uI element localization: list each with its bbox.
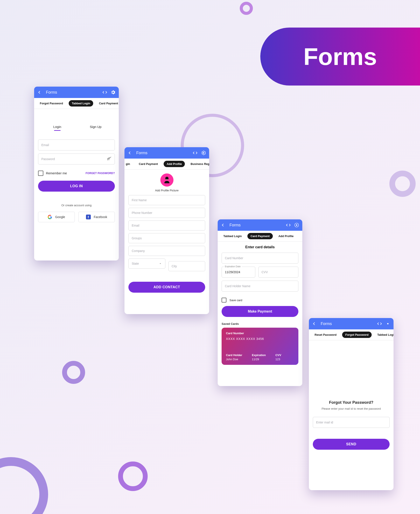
- make-payment-button[interactable]: Make Payment: [222, 306, 298, 317]
- chip-add-profile[interactable]: Add Profile: [164, 161, 185, 167]
- chip-row: Tabbed Login Card Payment Add Profile: [218, 231, 302, 242]
- appbar: Forms: [124, 147, 209, 159]
- avatar[interactable]: [160, 173, 173, 186]
- email-placeholder: Email: [41, 143, 49, 147]
- tab-login[interactable]: Login: [38, 125, 76, 131]
- save-card-checkbox[interactable]: [222, 298, 226, 303]
- svg-point-0: [203, 152, 204, 154]
- state-select[interactable]: State: [128, 259, 165, 268]
- chip-add-profile[interactable]: Add Profile: [275, 233, 297, 239]
- code-icon[interactable]: [286, 223, 291, 228]
- groups-field[interactable]: Groups: [128, 233, 205, 243]
- svg-point-3: [296, 224, 297, 226]
- appbar-title: Forms: [321, 321, 332, 326]
- expiration-value: 11/29: [252, 358, 266, 361]
- first-name-field[interactable]: First Name: [128, 195, 205, 205]
- chip-row: gin Card Payment Add Profile Business Re…: [124, 159, 209, 170]
- deco-circle: [389, 171, 416, 197]
- page-title: Forms: [303, 43, 377, 70]
- back-icon[interactable]: [128, 151, 132, 155]
- card-number-field[interactable]: Card Number: [222, 253, 298, 264]
- card-number-label: Card Number: [226, 332, 294, 335]
- cvv-value: 123: [275, 358, 281, 361]
- saved-card[interactable]: Card Number XXXX XXXX XXXX 3456 Card Hol…: [222, 328, 298, 365]
- code-icon[interactable]: [193, 150, 198, 156]
- gear-icon[interactable]: [294, 223, 299, 228]
- deco-circle: [62, 361, 85, 384]
- facebook-login-button[interactable]: f Facebook: [78, 212, 115, 222]
- screen-tabbed-login: Forms Forgot Password Tabbed Login Card …: [34, 87, 119, 261]
- section-title: Enter card details: [222, 245, 298, 249]
- back-icon[interactable]: [312, 321, 316, 326]
- add-contact-button[interactable]: ADD CONTACT: [128, 282, 205, 293]
- facebook-icon: f: [86, 215, 91, 219]
- expiration-field[interactable]: 11/29/2024: [222, 267, 255, 278]
- google-login-button[interactable]: Google: [38, 212, 75, 222]
- company-field[interactable]: Company: [128, 246, 205, 256]
- card-holder-field[interactable]: Card Holder Name: [222, 281, 298, 291]
- save-card-label: Save card: [229, 298, 242, 302]
- expiration-label: Expiration Date: [224, 265, 242, 268]
- appbar-title: Forms: [46, 90, 57, 95]
- chip-forgot-password[interactable]: Forgot Password: [342, 332, 371, 338]
- chip-row: Forgot Password Tabbed Login Card Paymen…: [34, 98, 119, 109]
- password-field[interactable]: Password: [38, 154, 115, 164]
- password-placeholder: Password: [41, 157, 55, 161]
- gear-icon[interactable]: [201, 150, 206, 156]
- remember-label: Remember me: [46, 171, 86, 175]
- email-field[interactable]: Email: [38, 140, 115, 150]
- chip-tabbed-login[interactable]: Tabbed Login: [220, 233, 245, 239]
- google-icon: [48, 215, 52, 219]
- back-icon[interactable]: [221, 223, 225, 227]
- chip-row: Reset Password Forgot Password Tabbed Lo…: [309, 329, 394, 340]
- deco-circle: [240, 2, 253, 15]
- forget-password-link[interactable]: FORGET PASSWORD?: [86, 172, 115, 175]
- email-field[interactable]: Email: [128, 220, 205, 231]
- svg-point-4: [387, 323, 389, 324]
- chip-card-payment[interactable]: Card Payment: [248, 233, 273, 239]
- cvv-label: CVV: [275, 353, 281, 357]
- login-signup-tabs: Login Sign Up: [38, 125, 115, 131]
- chip-business-reg[interactable]: Business Regi: [188, 161, 209, 167]
- code-icon[interactable]: [102, 90, 107, 95]
- cvv-field[interactable]: CVV: [258, 267, 299, 278]
- remember-checkbox[interactable]: [38, 171, 43, 176]
- or-create-label: Or create account using: [38, 204, 115, 207]
- appbar: Forms: [309, 318, 394, 329]
- gear-icon[interactable]: [385, 321, 390, 326]
- login-button[interactable]: LOG IN: [38, 181, 115, 192]
- avatar-label: Add Profile Picture: [155, 189, 179, 192]
- chip-tabbed-login[interactable]: Tabbed Login: [374, 332, 394, 338]
- email-field[interactable]: Enter mail id: [313, 417, 390, 428]
- saved-cards-header: Saved Cards: [222, 322, 298, 326]
- screen-forgot-password: Forms Reset Password Forgot Password Tab…: [309, 318, 394, 490]
- screen-add-profile: Forms gin Card Payment Add Profile Busin…: [124, 147, 209, 314]
- appbar-title: Forms: [136, 151, 147, 155]
- send-button[interactable]: SEND: [313, 439, 390, 450]
- chip-card-payment[interactable]: Card Payment: [136, 161, 161, 167]
- chip-tabbed-login[interactable]: Tabbed Login: [69, 100, 93, 106]
- chevron-down-icon: [159, 262, 162, 265]
- back-icon[interactable]: [37, 90, 42, 95]
- card-holder-value: John Doe: [226, 358, 242, 361]
- eye-off-icon[interactable]: [107, 156, 112, 161]
- forgot-subheading: Please enter your mail id to reset the p…: [322, 407, 381, 410]
- appbar-title: Forms: [229, 223, 241, 227]
- city-field[interactable]: City: [168, 261, 205, 271]
- chip-forgot-password[interactable]: Forgot Password: [37, 100, 66, 106]
- deco-circle: [0, 457, 48, 514]
- screen-card-payment: Forms Tabbed Login Card Payment Add Prof…: [218, 219, 302, 386]
- forgot-heading: Forgot Your Password?: [329, 400, 373, 405]
- phone-field[interactable]: Phone Number: [128, 208, 205, 218]
- tab-signup[interactable]: Sign Up: [76, 125, 115, 131]
- expiration-label: Expiration: [252, 353, 266, 357]
- chip-reset-password[interactable]: Reset Password: [312, 332, 339, 338]
- code-icon[interactable]: [377, 321, 382, 326]
- card-holder-label: Card Holder: [226, 353, 242, 357]
- chip-partial-left[interactable]: gin: [124, 161, 133, 167]
- chip-card-payment[interactable]: Card Payment: [96, 100, 119, 106]
- card-number-value: XXXX XXXX XXXX 3456: [226, 337, 294, 341]
- gear-icon[interactable]: [111, 90, 116, 95]
- page-title-pill: Forms: [260, 28, 420, 86]
- appbar: Forms: [218, 219, 302, 231]
